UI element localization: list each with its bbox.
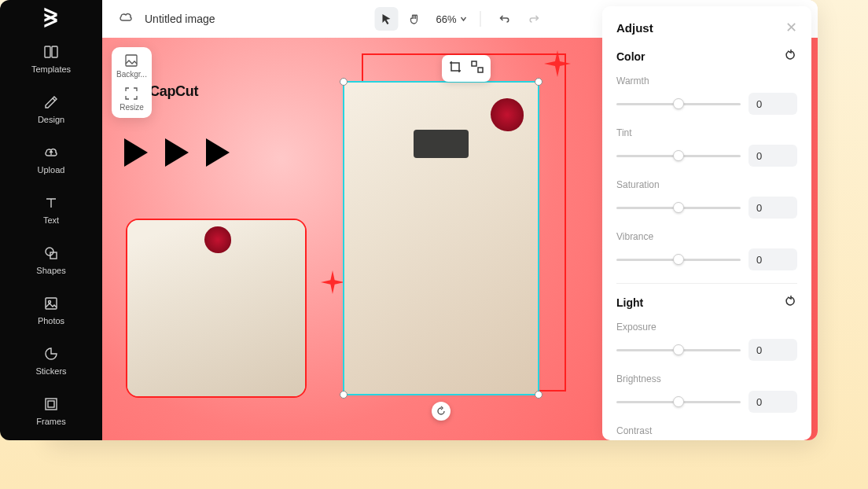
document-title[interactable]: Untitled image bbox=[145, 13, 215, 25]
svg-rect-0 bbox=[45, 46, 50, 57]
float-label: Resize bbox=[120, 103, 144, 112]
resize-tool[interactable]: Resize bbox=[116, 86, 147, 112]
selected-image[interactable] bbox=[343, 81, 539, 395]
undo-button[interactable] bbox=[494, 7, 517, 31]
app-window: Untitled image 66% bbox=[47, 0, 818, 440]
rail-label: Photos bbox=[38, 316, 64, 325]
sparkle-icon bbox=[321, 270, 344, 294]
svg-rect-9 bbox=[472, 61, 476, 66]
slider-exposure[interactable] bbox=[616, 349, 741, 351]
slider-thumb[interactable] bbox=[673, 396, 684, 407]
triangle-icon bbox=[165, 138, 189, 167]
selection-action-bar bbox=[442, 55, 491, 82]
svg-rect-4 bbox=[46, 298, 57, 309]
cloud-sync-icon[interactable] bbox=[118, 9, 134, 28]
rail-text[interactable]: Text bbox=[0, 195, 102, 225]
section-color-title: Color bbox=[616, 50, 645, 63]
rail-label: Upload bbox=[38, 165, 65, 175]
control-label: Exposure bbox=[616, 322, 797, 333]
slider-thumb[interactable] bbox=[673, 150, 684, 161]
adjust-panel: Adjust ✕ Color Warmth 0 Tint 0 bbox=[602, 6, 811, 440]
panel-title: Adjust bbox=[616, 21, 653, 35]
zoom-value: 66% bbox=[436, 13, 456, 25]
control-label: Warmth bbox=[616, 75, 797, 86]
slider-tint[interactable] bbox=[616, 155, 741, 157]
svg-rect-8 bbox=[126, 55, 137, 66]
left-rail: Templates Design Upload Text Shapes Phot… bbox=[0, 0, 102, 440]
background-tool[interactable]: Backgr... bbox=[116, 53, 147, 79]
resize-handle-tr[interactable] bbox=[535, 78, 542, 86]
value-warmth[interactable]: 0 bbox=[748, 93, 797, 115]
control-contrast: Contrast bbox=[616, 425, 797, 436]
divider bbox=[616, 283, 797, 284]
redo-button[interactable] bbox=[522, 7, 546, 31]
slider-saturation[interactable] bbox=[616, 207, 741, 209]
svg-rect-6 bbox=[46, 399, 57, 410]
control-brightness: Brightness 0 bbox=[616, 373, 797, 413]
rail-label: Design bbox=[38, 115, 64, 124]
svg-rect-1 bbox=[52, 46, 57, 57]
value-brightness[interactable]: 0 bbox=[748, 391, 797, 413]
divider bbox=[480, 11, 481, 27]
image-1[interactable] bbox=[126, 219, 307, 398]
rail-stickers[interactable]: Stickers bbox=[0, 346, 102, 376]
float-label: Backgr... bbox=[116, 70, 147, 79]
app-logo[interactable] bbox=[37, 6, 65, 28]
slider-warmth[interactable] bbox=[616, 103, 741, 105]
slider-thumb[interactable] bbox=[673, 202, 684, 213]
control-label: Saturation bbox=[616, 179, 797, 190]
reset-color-icon[interactable] bbox=[785, 49, 797, 64]
slider-thumb[interactable] bbox=[673, 98, 684, 109]
triangle-icon bbox=[206, 138, 230, 167]
slider-vibrance[interactable] bbox=[616, 259, 741, 261]
rail-frames[interactable]: Frames bbox=[0, 396, 102, 426]
top-center-tools: 66% bbox=[374, 7, 545, 31]
ungroup-icon[interactable] bbox=[470, 60, 484, 77]
rail-shapes[interactable]: Shapes bbox=[0, 245, 102, 275]
control-vibrance: Vibrance 0 bbox=[616, 231, 797, 270]
control-label: Vibrance bbox=[616, 231, 797, 242]
triangle-icon bbox=[124, 138, 148, 167]
control-tint: Tint 0 bbox=[616, 127, 797, 167]
control-exposure: Exposure 0 bbox=[616, 322, 797, 361]
brand-watermark: CapCut bbox=[149, 83, 198, 100]
svg-point-2 bbox=[46, 248, 53, 256]
rail-label: Shapes bbox=[36, 266, 65, 275]
slider-brightness[interactable] bbox=[616, 401, 741, 403]
hand-tool[interactable] bbox=[403, 7, 426, 31]
reset-light-icon[interactable] bbox=[785, 295, 797, 311]
rail-label: Frames bbox=[36, 417, 65, 426]
resize-handle-br[interactable] bbox=[535, 391, 542, 399]
rail-label: Text bbox=[43, 215, 59, 225]
zoom-control[interactable]: 66% bbox=[436, 13, 467, 25]
control-label: Brightness bbox=[616, 373, 797, 384]
value-exposure[interactable]: 0 bbox=[748, 339, 797, 361]
control-label: Tint bbox=[616, 127, 797, 138]
slider-thumb[interactable] bbox=[673, 344, 684, 355]
crop-icon[interactable] bbox=[448, 60, 462, 77]
play-triangles bbox=[124, 138, 230, 167]
svg-rect-10 bbox=[478, 68, 483, 72]
value-tint[interactable]: 0 bbox=[748, 145, 797, 167]
chevron-down-icon bbox=[460, 15, 468, 23]
rotate-handle[interactable] bbox=[432, 402, 451, 421]
rail-design[interactable]: Design bbox=[0, 94, 102, 124]
control-saturation: Saturation 0 bbox=[616, 179, 797, 219]
rail-upload[interactable]: Upload bbox=[0, 145, 102, 175]
rail-photos[interactable]: Photos bbox=[0, 296, 102, 325]
svg-rect-7 bbox=[48, 401, 54, 407]
slider-thumb[interactable] bbox=[673, 254, 684, 265]
rail-label: Templates bbox=[31, 64, 71, 74]
resize-handle-tl[interactable] bbox=[340, 78, 348, 86]
control-warmth: Warmth 0 bbox=[616, 75, 797, 115]
value-vibrance[interactable]: 0 bbox=[748, 248, 797, 270]
value-saturation[interactable]: 0 bbox=[748, 197, 797, 219]
floating-toolbox: Backgr... Resize bbox=[112, 47, 152, 118]
section-light-title: Light bbox=[616, 296, 643, 309]
rail-templates[interactable]: Templates bbox=[0, 44, 102, 74]
control-label: Contrast bbox=[616, 425, 797, 436]
cursor-tool[interactable] bbox=[374, 7, 398, 31]
resize-handle-bl[interactable] bbox=[340, 391, 348, 399]
rail-label: Stickers bbox=[35, 366, 66, 376]
close-icon[interactable]: ✕ bbox=[785, 19, 797, 36]
